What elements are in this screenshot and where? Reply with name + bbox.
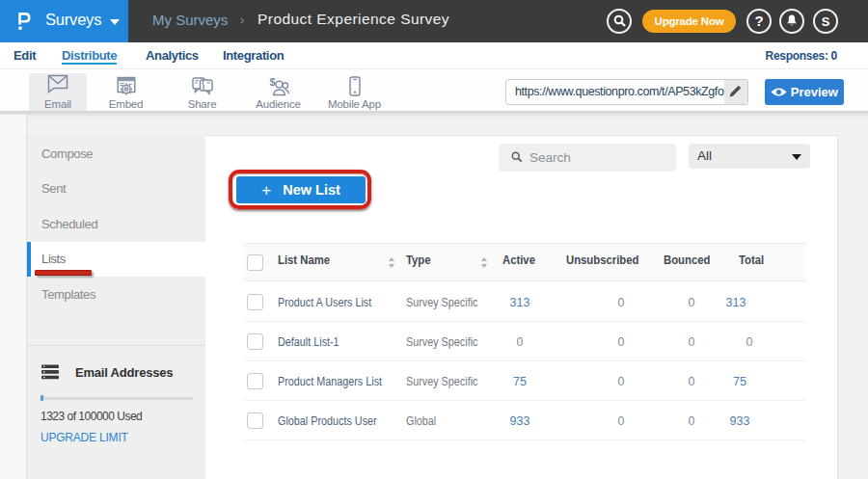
svg-text:$: $ [269, 76, 275, 88]
